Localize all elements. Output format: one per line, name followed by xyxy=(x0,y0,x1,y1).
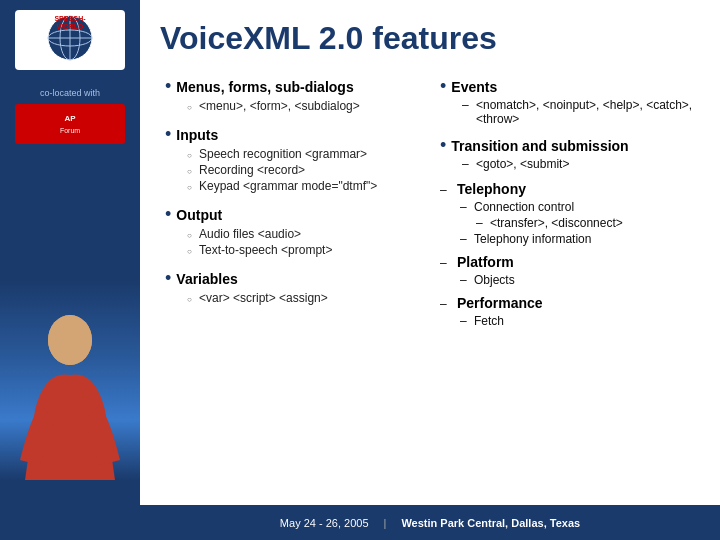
output-sub-items: ○ Audio files <audio> ○ Text-to-speech <… xyxy=(187,227,420,257)
footer-dates: May 24 - 26, 2005 xyxy=(280,517,369,529)
platform-main: – Platform xyxy=(440,254,695,270)
menus-sub-items: ○ <menu>, <form>, <subdialog> xyxy=(187,99,420,113)
list-item: ○ Text-to-speech <prompt> xyxy=(187,243,420,257)
sub-dot: ○ xyxy=(187,151,195,160)
platform-label: Platform xyxy=(457,254,514,270)
logo-globe: SPEECH- WORLD xyxy=(30,11,110,66)
dash-icon: – xyxy=(440,256,452,270)
list-item: – Objects xyxy=(460,273,695,287)
variables-sub-0: <var> <script> <assign> xyxy=(199,291,328,305)
list-item: ○ Audio files <audio> xyxy=(187,227,420,241)
list-item: – Fetch xyxy=(460,314,695,328)
sub-dot: ○ xyxy=(187,103,195,112)
dash-icon: – xyxy=(460,273,470,287)
bullet-dot-events: • xyxy=(440,77,446,95)
bullet-menus-main: • Menus, forms, sub-dialogs xyxy=(165,77,420,95)
platform-sub: Objects xyxy=(474,273,515,287)
dash-icon: – xyxy=(462,157,472,171)
dash-icon: – xyxy=(460,314,470,328)
list-item: ○ Recording <record> xyxy=(187,163,420,177)
svg-rect-7 xyxy=(20,107,120,142)
bullet-output-main: • Output xyxy=(165,205,420,223)
telephony-sub-items: – Connection control – <transfer>, <disc… xyxy=(460,200,695,246)
sub-dot: ○ xyxy=(187,183,195,192)
list-item: ○ <menu>, <form>, <subdialog> xyxy=(187,99,420,113)
platform-sub-items: – Objects xyxy=(460,273,695,287)
events-label: Events xyxy=(451,79,497,95)
menus-label: Menus, forms, sub-dialogs xyxy=(176,79,353,95)
bullet-inputs-main: • Inputs xyxy=(165,125,420,143)
bullet-dot-variables: • xyxy=(165,269,171,287)
list-item: – <nomatch>, <noinput>, <help>, <catch>,… xyxy=(462,98,695,126)
dash-icon: – xyxy=(440,297,452,311)
list-item: – Telephony information xyxy=(460,232,695,246)
page-title: VoiceXML 2.0 features xyxy=(160,20,695,57)
section-events: • Events – <nomatch>, <noinput>, <help>,… xyxy=(440,77,695,126)
bullet-dot-inputs: • xyxy=(165,125,171,143)
inputs-sub-2: Keypad <grammar mode="dtmf"> xyxy=(199,179,377,193)
section-output: • Output ○ Audio files <audio> ○ Text-to… xyxy=(165,205,420,257)
bullet-dot-transition: • xyxy=(440,136,446,154)
list-item: ○ Speech recognition <grammar> xyxy=(187,147,420,161)
svg-text:Forum: Forum xyxy=(60,127,80,134)
list-item: – <transfer>, <disconnect> xyxy=(476,216,695,230)
left-column: • Menus, forms, sub-dialogs ○ <menu>, <f… xyxy=(165,77,420,482)
footer-venue: Westin Park Central, Dallas, Texas xyxy=(401,517,580,529)
section-telephony: – Telephony – Connection control – <tran… xyxy=(440,181,695,246)
transition-sub: <goto>, <submit> xyxy=(476,157,569,171)
svg-text:SPEECH-: SPEECH- xyxy=(54,15,86,22)
section-transition: • Transition and submission – <goto>, <s… xyxy=(440,136,695,171)
sub-dot: ○ xyxy=(187,247,195,256)
section-platform: – Platform – Objects xyxy=(440,254,695,287)
telephony-label: Telephony xyxy=(457,181,526,197)
bullet-dot-output: • xyxy=(165,205,171,223)
dash-icon: – xyxy=(476,216,486,230)
output-label: Output xyxy=(176,207,222,223)
footer-bar: May 24 - 26, 2005 | Westin Park Central,… xyxy=(140,505,720,540)
co-located-text: co-located with xyxy=(40,88,100,98)
performance-main: – Performance xyxy=(440,295,695,311)
sidebar: SPEECH- WORLD co-located with AP Forum xyxy=(0,0,140,540)
performance-sub: Fetch xyxy=(474,314,504,328)
bullet-variables-main: • Variables xyxy=(165,269,420,287)
telephony-main: – Telephony xyxy=(440,181,695,197)
inputs-sub-1: Recording <record> xyxy=(199,163,305,177)
bullet-dot-menus: • xyxy=(165,77,171,95)
list-item: ○ <var> <script> <assign> xyxy=(187,291,420,305)
dash-icon: – xyxy=(440,183,452,197)
output-sub-1: Text-to-speech <prompt> xyxy=(199,243,332,257)
events-main: • Events xyxy=(440,77,695,95)
inputs-sub-items: ○ Speech recognition <grammar> ○ Recordi… xyxy=(187,147,420,193)
sub-dot: ○ xyxy=(187,231,195,240)
svg-point-11 xyxy=(48,315,92,365)
ap-forum-logo: AP Forum xyxy=(20,107,120,142)
dash-icon: – xyxy=(462,98,472,112)
list-item: ○ Keypad <grammar mode="dtmf"> xyxy=(187,179,420,193)
section-inputs: • Inputs ○ Speech recognition <grammar> … xyxy=(165,125,420,193)
events-sub: <nomatch>, <noinput>, <help>, <catch>, <… xyxy=(476,98,695,126)
svg-text:AP: AP xyxy=(64,114,76,123)
performance-sub-items: – Fetch xyxy=(460,314,695,328)
inputs-label: Inputs xyxy=(176,127,218,143)
variables-label: Variables xyxy=(176,271,238,287)
output-sub-0: Audio files <audio> xyxy=(199,227,301,241)
transition-sub-items: – <goto>, <submit> xyxy=(462,157,695,171)
main-content: VoiceXML 2.0 features • Menus, forms, su… xyxy=(140,0,720,540)
transition-main: • Transition and submission xyxy=(440,136,695,154)
transition-label: Transition and submission xyxy=(451,138,628,154)
list-item: – Connection control xyxy=(460,200,695,214)
sub-dot: ○ xyxy=(187,167,195,176)
events-sub-items: – <nomatch>, <noinput>, <help>, <catch>,… xyxy=(462,98,695,126)
inputs-sub-0: Speech recognition <grammar> xyxy=(199,147,367,161)
dash-icon: – xyxy=(460,200,470,214)
telephony-sub2: <transfer>, <disconnect> xyxy=(490,216,623,230)
section-performance: – Performance – Fetch xyxy=(440,295,695,328)
list-item: – <goto>, <submit> xyxy=(462,157,695,171)
right-column: • Events – <nomatch>, <noinput>, <help>,… xyxy=(440,77,695,482)
logo-bottom: AP Forum xyxy=(15,104,125,144)
person-silhouette-svg xyxy=(5,290,135,480)
telephony-sub3: Telephony information xyxy=(474,232,591,246)
section-menus: • Menus, forms, sub-dialogs ○ <menu>, <f… xyxy=(165,77,420,113)
menus-sub-0: <menu>, <form>, <subdialog> xyxy=(199,99,360,113)
section-variables: • Variables ○ <var> <script> <assign> xyxy=(165,269,420,305)
